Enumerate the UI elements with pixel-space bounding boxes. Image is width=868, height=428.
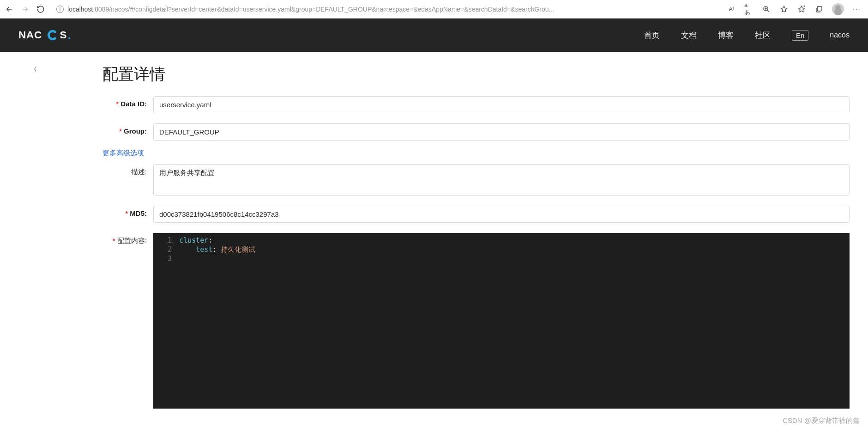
value-desc[interactable]: 用户服务共享配置: [153, 164, 850, 196]
svg-point-4: [68, 37, 70, 39]
row-content: 配置内容: 1 2 3 cluster: test: 持久化测试: [102, 233, 850, 409]
editor-gutter: 1 2 3: [153, 233, 176, 409]
browser-toolbar: i localhost:8089/nacos/#/configdetail?se…: [0, 0, 868, 18]
code-line: cluster:: [179, 236, 255, 245]
read-aloud-icon[interactable]: A⁾: [727, 5, 736, 14]
line-number: 1: [153, 236, 172, 245]
collections-icon[interactable]: [814, 5, 824, 14]
forward-button[interactable]: [20, 5, 30, 14]
label-data-id: Data ID:: [102, 96, 153, 108]
value-md5[interactable]: d00c373821fb0419506c8c14cc3297a3: [153, 206, 850, 223]
row-group: Group: DEFAULT_GROUP: [102, 123, 850, 141]
code-line: [179, 254, 255, 263]
sidebar: ‹: [0, 52, 92, 428]
label-content: 配置内容:: [102, 233, 153, 245]
svg-rect-1: [817, 6, 822, 11]
app-header: NAC S 首页 文档 博客 社区 En nacos: [0, 18, 868, 52]
more-icon[interactable]: ···: [852, 5, 862, 14]
svg-text:S: S: [60, 29, 67, 41]
back-chevron[interactable]: ‹: [9, 61, 37, 76]
user-menu[interactable]: nacos: [830, 31, 850, 39]
address-bar[interactable]: i localhost:8089/nacos/#/configdetail?se…: [52, 2, 720, 16]
nav-blog[interactable]: 博客: [718, 30, 734, 41]
advanced-options-link[interactable]: 更多高级选项: [102, 149, 850, 158]
logo[interactable]: NAC S: [18, 28, 90, 42]
label-desc: 描述:: [102, 164, 153, 177]
row-md5: MD5: d00c373821fb0419506c8c14cc3297a3: [102, 206, 850, 223]
row-desc: 描述: 用户服务共享配置: [102, 164, 850, 196]
favorite-icon[interactable]: [779, 5, 789, 14]
site-info-icon[interactable]: i: [56, 6, 64, 13]
app-body: ‹ 配置详情 Data ID: userservice.yaml Group: …: [0, 52, 868, 428]
url-text: localhost:8089/nacos/#/configdetail?serv…: [67, 6, 554, 13]
row-data-id: Data ID: userservice.yaml: [102, 96, 850, 113]
zoom-icon[interactable]: [762, 5, 771, 14]
value-data-id[interactable]: userservice.yaml: [153, 96, 850, 113]
browser-actions: A⁾ aあ ···: [727, 3, 863, 15]
main-content: 配置详情 Data ID: userservice.yaml Group: DE…: [92, 52, 868, 428]
line-number: 3: [153, 254, 172, 263]
back-button[interactable]: [5, 5, 14, 14]
top-nav: 首页 文档 博客 社区 En nacos: [644, 30, 850, 41]
favorites-add-icon[interactable]: [797, 5, 806, 14]
editor-code[interactable]: cluster: test: 持久化测试: [176, 233, 255, 409]
code-editor[interactable]: 1 2 3 cluster: test: 持久化测试: [153, 233, 850, 409]
label-group: Group:: [102, 123, 153, 135]
language-toggle[interactable]: En: [792, 30, 808, 41]
translate-icon[interactable]: aあ: [744, 5, 753, 14]
page-title: 配置详情: [102, 64, 850, 85]
profile-avatar[interactable]: [832, 3, 844, 15]
svg-text:NAC: NAC: [18, 29, 42, 41]
nav-home[interactable]: 首页: [644, 30, 660, 41]
nav-docs[interactable]: 文档: [681, 30, 697, 41]
line-number: 2: [153, 245, 172, 254]
nav-community[interactable]: 社区: [755, 30, 771, 41]
label-md5: MD5:: [102, 206, 153, 217]
refresh-button[interactable]: [36, 5, 45, 14]
watermark: CSDN @爱穿背带裤的鑫: [783, 416, 860, 425]
value-group[interactable]: DEFAULT_GROUP: [153, 123, 850, 141]
code-line: test: 持久化测试: [179, 245, 255, 254]
